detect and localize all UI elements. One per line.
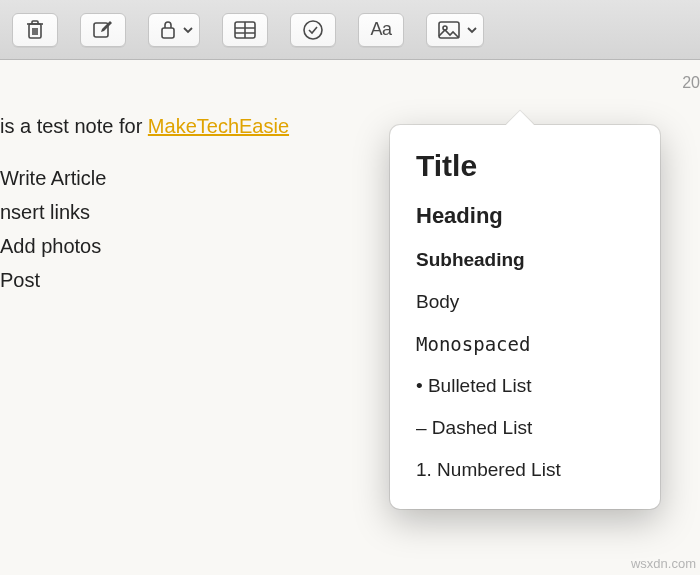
lock-icon xyxy=(159,19,177,41)
watermark: wsxdn.com xyxy=(631,556,696,571)
delete-button[interactable] xyxy=(12,13,58,47)
checklist-icon xyxy=(302,19,324,41)
svg-rect-2 xyxy=(162,28,174,38)
format-option-numbered[interactable]: 1. Numbered List xyxy=(416,459,634,481)
checklist-button[interactable] xyxy=(290,13,336,47)
table-icon xyxy=(233,20,257,40)
format-option-monospaced[interactable]: Monospaced xyxy=(416,333,634,355)
note-body[interactable]: 20 is a test note for MakeTechEasie Writ… xyxy=(0,60,700,575)
format-popover: Title Heading Subheading Body Monospaced… xyxy=(390,125,660,509)
toolbar: Aa xyxy=(0,0,700,60)
format-option-body[interactable]: Body xyxy=(416,291,634,313)
format-option-heading[interactable]: Heading xyxy=(416,203,634,229)
table-button[interactable] xyxy=(222,13,268,47)
format-button[interactable]: Aa xyxy=(358,13,404,47)
media-button[interactable] xyxy=(426,13,484,47)
format-label: Aa xyxy=(370,19,391,40)
format-option-bulleted[interactable]: • Bulleted List xyxy=(416,375,634,397)
svg-point-4 xyxy=(304,21,322,39)
compose-button[interactable] xyxy=(80,13,126,47)
format-option-dashed[interactable]: – Dashed List xyxy=(416,417,634,439)
chevron-down-icon xyxy=(465,23,479,37)
trash-icon xyxy=(25,19,45,41)
intro-text: is a test note for xyxy=(0,115,148,137)
lock-button[interactable] xyxy=(148,13,200,47)
date-fragment: 20 xyxy=(682,74,700,92)
image-icon xyxy=(437,20,461,40)
compose-icon xyxy=(92,19,114,41)
format-option-title[interactable]: Title xyxy=(416,149,634,183)
format-option-subheading[interactable]: Subheading xyxy=(416,249,634,271)
intro-link[interactable]: MakeTechEasie xyxy=(148,115,289,137)
chevron-down-icon xyxy=(181,23,195,37)
